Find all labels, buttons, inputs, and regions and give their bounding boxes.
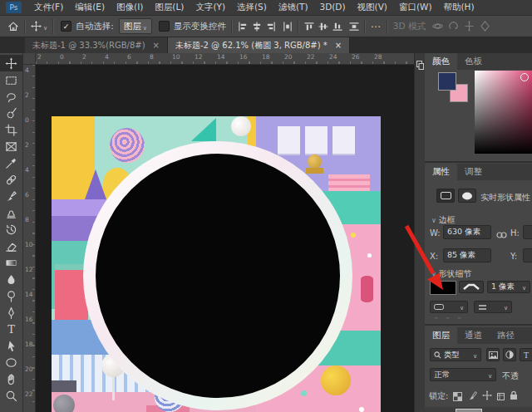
height-input[interactable] — [523, 225, 532, 239]
lock-artboard-icon[interactable] — [496, 389, 505, 405]
canvas-area[interactable]: 20246810121416182022242628 4202468101214… — [23, 53, 414, 412]
auto-select-checkbox[interactable]: ✓ — [61, 21, 71, 32]
clone-stamp-tool[interactable] — [0, 204, 23, 221]
gradient-tool[interactable] — [0, 254, 23, 271]
horizontal-ruler[interactable]: 20246810121416182022242628 — [36, 53, 414, 65]
panel-tab[interactable]: 颜色 — [425, 53, 457, 70]
3d-slide-icon[interactable] — [480, 21, 490, 32]
distribute-v-icon[interactable] — [349, 22, 359, 32]
menu-item[interactable]: 视图(V) — [352, 2, 393, 13]
align-left-icon[interactable] — [238, 22, 248, 32]
color-field[interactable] — [475, 71, 532, 154]
document-tab[interactable]: 未标题-1 @ 33.3%(RGB/8#) × — [25, 37, 168, 53]
align-right-icon[interactable] — [266, 22, 276, 32]
transform-section-header[interactable]: 边框 — [431, 214, 455, 226]
filter-pixel-layers-icon[interactable] — [486, 348, 500, 361]
hand-tool[interactable] — [0, 370, 23, 387]
healing-tool[interactable] — [0, 171, 23, 188]
move-tool[interactable] — [0, 55, 23, 71]
pen-tool[interactable] — [0, 304, 23, 321]
filter-value: 类型 — [444, 350, 460, 360]
fill-color-swatch[interactable] — [430, 281, 456, 295]
filter-adjustment-layers-icon[interactable] — [503, 348, 516, 361]
eyedropper-tool[interactable] — [0, 154, 23, 171]
document-canvas[interactable] — [52, 116, 381, 412]
close-icon[interactable]: × — [335, 41, 342, 50]
blend-mode-dropdown[interactable]: 正常 — [430, 368, 496, 381]
close-icon[interactable]: × — [153, 41, 160, 50]
color-field-selector[interactable] — [520, 73, 529, 81]
shape-black-ellipse[interactable] — [96, 154, 340, 398]
marquee-tool[interactable] — [0, 71, 23, 88]
frame-tool[interactable] — [0, 138, 23, 154]
x-input[interactable]: 85 像素 — [443, 248, 491, 262]
stroke-swatch-button[interactable] — [459, 281, 484, 293]
auto-select-dropdown[interactable]: 图层 — [119, 18, 152, 34]
menu-item[interactable]: 3D(D) — [313, 2, 351, 13]
panel-tab[interactable]: 属性 — [425, 164, 457, 180]
panel-tab[interactable]: 调整 — [457, 164, 490, 180]
align-center-h-icon[interactable] — [252, 22, 262, 32]
panel-tab[interactable]: 通道 — [457, 327, 490, 344]
crop-tool[interactable] — [0, 121, 23, 138]
history-brush-tool[interactable] — [0, 221, 23, 238]
stroke-width-input[interactable]: 1 像素 — [487, 281, 530, 293]
stroke-type-dropdown[interactable] — [430, 301, 468, 313]
color-panel-tabs: 颜色色板 — [425, 53, 532, 70]
link-dimensions-icon[interactable] — [496, 227, 507, 243]
vertical-ruler[interactable]: 420246810121416182022 — [23, 65, 36, 412]
panel-tab[interactable]: 色板 — [457, 53, 490, 70]
layer-thumbnail[interactable] — [456, 409, 482, 412]
rectangle-shape-icon[interactable] — [436, 189, 455, 203]
menu-item[interactable]: 编辑(E) — [69, 2, 111, 13]
details-section-header[interactable]: 形状细节 — [431, 268, 471, 280]
move-tool-icon[interactable] — [31, 21, 42, 32]
type-tool[interactable]: T — [0, 321, 23, 337]
eraser-tool[interactable] — [0, 238, 23, 254]
brush-tool[interactable] — [0, 188, 23, 204]
path-select-tool[interactable] — [0, 337, 23, 354]
lock-pixels-icon[interactable] — [468, 388, 477, 404]
dodge-tool[interactable] — [0, 287, 23, 304]
3d-pan-icon[interactable] — [464, 21, 475, 32]
panel-tab[interactable]: 路径 — [490, 327, 522, 344]
3d-orbit-icon[interactable] — [432, 21, 443, 32]
lock-position-icon[interactable] — [482, 388, 492, 404]
align-top-icon[interactable] — [304, 22, 314, 32]
align-middle-icon[interactable] — [318, 22, 328, 32]
chevron-down-icon[interactable] — [42, 22, 47, 32]
menu-item[interactable]: 图像(I) — [111, 2, 149, 13]
menu-item[interactable]: 帮助(H) — [438, 2, 480, 13]
menu-item[interactable]: 文件(F) — [28, 2, 69, 13]
quick-select-tool[interactable] — [0, 105, 23, 121]
more-options-icon[interactable]: ⋯ — [371, 21, 382, 32]
menu-item[interactable]: 文字(Y) — [190, 2, 231, 13]
collapse-panels-icon[interactable] — [416, 57, 424, 73]
filter-type-layers-icon[interactable]: T — [520, 348, 532, 361]
menu-item[interactable]: 滤镜(T) — [273, 2, 314, 13]
lasso-tool[interactable] — [0, 88, 23, 105]
y-input[interactable] — [523, 248, 532, 262]
menu-item[interactable]: 选择(S) — [231, 2, 273, 13]
distribute-h-icon[interactable] — [283, 22, 293, 32]
shape-tool[interactable] — [0, 354, 23, 370]
layer-filter-dropdown[interactable]: 类型 — [430, 348, 481, 361]
ellipse-shape-icon[interactable] — [458, 189, 476, 203]
menu-item[interactable]: 窗口(W) — [393, 2, 438, 13]
zoom-tool[interactable] — [0, 387, 23, 404]
lock-all-icon[interactable] — [510, 388, 518, 404]
width-input[interactable]: 630 像素 — [443, 225, 491, 239]
document-tab[interactable]: 未标题-2 @ 62.1% (椭圆 3, RGB/8#) * × — [168, 37, 350, 53]
panel-tab[interactable]: 图层 — [425, 327, 457, 344]
layer-row[interactable] — [425, 407, 532, 412]
3d-roll-icon[interactable] — [448, 21, 459, 32]
blur-tool[interactable] — [0, 271, 23, 287]
home-icon[interactable] — [7, 21, 19, 32]
stroke-align-dropdown[interactable] — [474, 301, 512, 313]
menu-item[interactable]: 图层(L) — [149, 2, 190, 13]
show-transform-checkbox[interactable] — [159, 21, 170, 32]
foreground-color-swatch[interactable] — [438, 72, 456, 91]
lock-transparent-icon[interactable] — [453, 389, 462, 405]
align-bottom-icon[interactable] — [332, 22, 342, 32]
ruler-corner[interactable] — [23, 53, 36, 65]
